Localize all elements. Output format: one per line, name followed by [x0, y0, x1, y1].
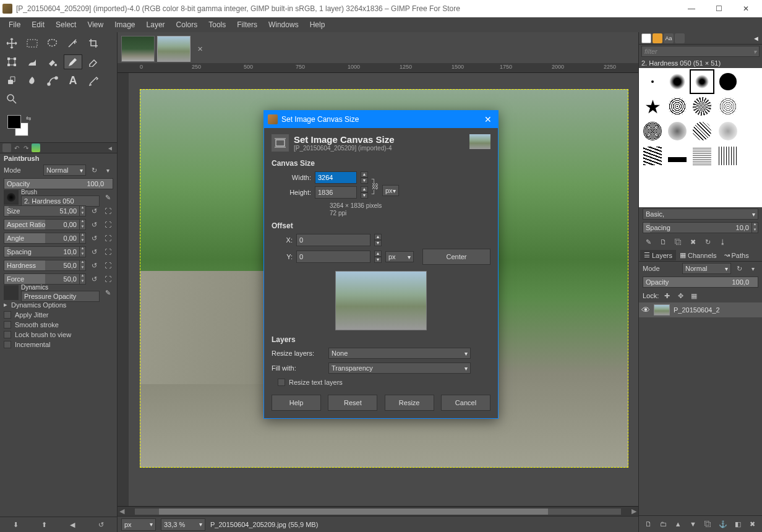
brush-grid[interactable]: ★: [639, 68, 762, 207]
menu-help[interactable]: Help: [305, 19, 330, 31]
dup-brush-icon[interactable]: ⿻: [672, 236, 683, 247]
size-reset-icon[interactable]: ↺: [88, 205, 100, 217]
aspect-slider[interactable]: Aspect Ratio0,00▲▼: [4, 219, 86, 230]
angle-reset-icon[interactable]: ↺: [88, 233, 100, 244]
ruler-vertical[interactable]: [118, 73, 129, 506]
rect-select-tool[interactable]: [23, 36, 41, 51]
delete-options-icon[interactable]: ◀: [67, 519, 78, 530]
brush-preview-icon[interactable]: [4, 190, 19, 205]
brush-spacing-slider[interactable]: Spacing10,0▲▼: [643, 222, 758, 233]
resize-button[interactable]: Resize: [385, 395, 434, 411]
smooth-checkbox[interactable]: Smooth stroke: [0, 320, 117, 330]
tabs-menu-icon[interactable]: ◄: [106, 145, 114, 152]
paintbrush-tool[interactable]: [64, 54, 82, 69]
spacing-reset-icon[interactable]: ↺: [88, 246, 100, 257]
unit-combo[interactable]: px▾: [382, 185, 399, 196]
menu-file[interactable]: File: [4, 19, 25, 31]
cancel-button[interactable]: Cancel: [441, 395, 490, 411]
new-brush-icon[interactable]: 🗋: [657, 236, 669, 247]
transform-tool[interactable]: [2, 54, 21, 69]
right-tabs-menu-icon[interactable]: ◄: [753, 35, 760, 42]
maximize-button[interactable]: ☐: [705, 0, 732, 17]
free-select-tool[interactable]: [43, 36, 62, 51]
zoom-tool[interactable]: [2, 92, 21, 106]
dialog-titlebar[interactable]: Set Image Canvas Size ✕: [264, 111, 498, 128]
delete-layer-icon[interactable]: ✖: [747, 518, 758, 530]
channels-tab[interactable]: ▦Channels: [676, 250, 720, 260]
fonts-tab-icon[interactable]: Aa: [664, 33, 674, 43]
smudge-tool[interactable]: [23, 73, 41, 88]
lock-alpha-icon[interactable]: ▦: [688, 290, 700, 301]
move-tool[interactable]: [2, 36, 21, 51]
menu-edit[interactable]: Edit: [27, 19, 49, 31]
angle-link-icon[interactable]: ⛶: [102, 233, 113, 244]
paths-tab[interactable]: ↝Paths: [721, 250, 753, 260]
force-link-icon[interactable]: ⛶: [102, 273, 113, 285]
chain-link-icon[interactable]: ┐⛓┘: [372, 175, 379, 197]
layer-mode-combo[interactable]: Normal▾: [682, 263, 731, 274]
layers-tab[interactable]: ☰Layers: [640, 250, 676, 260]
color-swatches[interactable]: ⇆: [7, 115, 32, 139]
lock-position-icon[interactable]: ✥: [675, 290, 686, 301]
bucket-fill-tool[interactable]: [43, 54, 62, 69]
redo-icon[interactable]: ↷: [22, 145, 30, 152]
paths-tool[interactable]: [43, 73, 62, 88]
refresh-brush-icon[interactable]: ↻: [702, 236, 713, 247]
dynamics-options-expander[interactable]: ▸Dynamics Options: [0, 299, 117, 310]
undo-history-icon[interactable]: ↶: [13, 145, 20, 152]
spacing-link-icon[interactable]: ⛶: [102, 246, 113, 257]
fill-with-combo[interactable]: Transparency▾: [328, 363, 471, 374]
aspect-link-icon[interactable]: ⛶: [102, 219, 113, 230]
edit-brush-icon[interactable]: ✎: [643, 236, 654, 247]
force-reset-icon[interactable]: ↺: [88, 273, 100, 285]
lower-layer-icon[interactable]: ▼: [687, 518, 698, 530]
merge-layer-icon[interactable]: ⚓: [717, 518, 729, 530]
brush-preset-combo[interactable]: Basic,▾: [643, 208, 758, 220]
image-tab-2[interactable]: [157, 36, 191, 62]
hardness-link-icon[interactable]: ⛶: [102, 260, 113, 271]
mode-menu-icon[interactable]: ▾: [102, 165, 113, 176]
lock-pixels-icon[interactable]: ✚: [661, 290, 672, 301]
warp-tool[interactable]: [23, 54, 41, 69]
force-slider[interactable]: Force50,0▲▼: [4, 273, 86, 285]
resize-layers-combo[interactable]: None▾: [328, 348, 471, 359]
offset-unit-combo[interactable]: px▾: [385, 251, 414, 262]
zoom-combo[interactable]: 33,3 %▾: [161, 518, 205, 531]
menu-colors[interactable]: Colors: [171, 19, 203, 31]
center-button[interactable]: Center: [422, 249, 490, 265]
restore-options-icon[interactable]: ⬆: [39, 519, 50, 530]
height-input[interactable]: [315, 186, 357, 199]
ruler-horizontal[interactable]: 0 250 500 750 1000 1250 1500 1750 2000 2…: [118, 63, 638, 73]
hardness-slider[interactable]: Hardness50,0▲▼: [4, 260, 86, 271]
menu-tools[interactable]: Tools: [203, 19, 231, 31]
jitter-checkbox[interactable]: Apply Jitter: [0, 310, 117, 320]
layer-row[interactable]: 👁 P_20150604_2: [639, 302, 762, 317]
menu-select[interactable]: Select: [51, 19, 81, 31]
mode-menu-icon[interactable]: ▾: [747, 263, 758, 274]
brushes-tab-icon[interactable]: [641, 33, 651, 43]
filter-input[interactable]: filter▾: [641, 46, 760, 57]
history-tab-icon[interactable]: [675, 33, 685, 43]
reset-options-icon[interactable]: ↺: [95, 519, 106, 530]
lockview-checkbox[interactable]: Lock brush to view: [0, 330, 117, 340]
size-link-icon[interactable]: ⛶: [102, 205, 113, 217]
y-input[interactable]: [296, 251, 370, 263]
help-button[interactable]: Help: [272, 395, 321, 411]
del-brush-icon[interactable]: ✖: [687, 236, 698, 247]
eraser-tool[interactable]: [84, 54, 103, 69]
opacity-slider[interactable]: Opacity 100,0 ▲▼: [4, 178, 113, 189]
new-group-icon[interactable]: 🗀: [657, 518, 669, 530]
menu-windows[interactable]: Windows: [263, 19, 304, 31]
crop-tool[interactable]: [84, 36, 103, 51]
close-tab-icon[interactable]: ✕: [194, 36, 205, 62]
x-input[interactable]: [296, 234, 370, 246]
offset-preview[interactable]: [335, 271, 427, 330]
hardness-reset-icon[interactable]: ↺: [88, 260, 100, 271]
patterns-tab-icon[interactable]: [653, 33, 662, 43]
spacing-slider[interactable]: Spacing10,0▲▼: [4, 246, 86, 257]
fuzzy-select-tool[interactable]: [64, 36, 82, 51]
dialog-close-icon[interactable]: ✕: [482, 114, 494, 124]
menu-layer[interactable]: Layer: [142, 19, 170, 31]
mask-layer-icon[interactable]: ◧: [732, 518, 743, 530]
mode-reset-icon[interactable]: ↻: [734, 263, 745, 274]
